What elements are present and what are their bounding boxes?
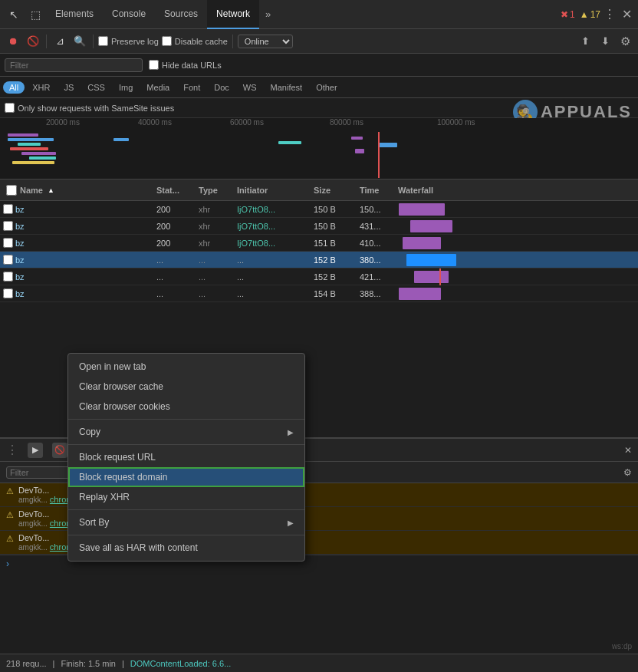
header-type[interactable]: Type bbox=[196, 186, 234, 195]
row-waterfall bbox=[395, 201, 638, 217]
header-time[interactable]: Time bbox=[357, 186, 395, 195]
row-name: bz bbox=[15, 272, 153, 282]
row-initiator: IjO7ttO8... bbox=[234, 205, 311, 214]
clear-button[interactable]: 🚫 bbox=[25, 33, 41, 50]
resource-type-media[interactable]: Media bbox=[140, 81, 176, 94]
menu-item-clear-browser-cache[interactable]: Clear browser cache bbox=[68, 377, 304, 397]
menu-item-replay-xhr[interactable]: Replay XHR bbox=[68, 487, 304, 507]
console-close-button[interactable]: ✕ bbox=[624, 445, 632, 456]
table-row[interactable]: bz ... ... ... 152 B 421... bbox=[0, 268, 638, 285]
console-text: DevTo... bbox=[18, 533, 49, 542]
row-checkbox[interactable] bbox=[0, 238, 15, 248]
resource-type-ws[interactable]: WS bbox=[237, 81, 263, 94]
resource-type-xhr[interactable]: XHR bbox=[26, 81, 56, 94]
export-button[interactable]: ⬇ bbox=[597, 33, 613, 50]
sort-indicator: ▲ bbox=[48, 186, 54, 194]
menu-item-clear-browser-cookies[interactable]: Clear browser cookies bbox=[68, 397, 304, 417]
warn-icon: ⚠ bbox=[6, 510, 14, 520]
row-checkbox[interactable] bbox=[0, 255, 15, 265]
filter-input[interactable] bbox=[5, 58, 143, 72]
finish-time: Finish: 1.5 min bbox=[61, 659, 116, 668]
devtools-tabbar: ↖ ⬚ Elements Console Sources Network » ✖… bbox=[0, 0, 638, 29]
resource-type-font[interactable]: Font bbox=[177, 81, 206, 94]
row-status: ... bbox=[153, 272, 196, 282]
devtools-menu-button[interactable]: ⋮ bbox=[600, 7, 619, 21]
row-type: xhr bbox=[196, 205, 234, 214]
menu-item-block-request-url[interactable]: Block request URL bbox=[68, 447, 304, 467]
row-name: bz bbox=[15, 289, 153, 298]
resource-type-all[interactable]: All bbox=[3, 81, 25, 94]
more-tabs-button[interactable]: » bbox=[259, 8, 277, 20]
tab-sources[interactable]: Sources bbox=[155, 0, 207, 29]
resource-type-js[interactable]: JS bbox=[58, 81, 80, 94]
submenu-arrow-icon: ▶ bbox=[288, 519, 294, 527]
header-size[interactable]: Size bbox=[311, 186, 357, 195]
tab-elements[interactable]: Elements bbox=[46, 0, 103, 29]
network-settings-button[interactable]: ⚙ bbox=[617, 33, 633, 50]
filter-bar: Hide data URLs bbox=[0, 54, 638, 77]
row-size: 152 B bbox=[311, 272, 357, 282]
table-row[interactable]: bz 200 xhr IjO7ttO8... 150 B 150... bbox=[0, 201, 638, 218]
resource-type-doc[interactable]: Doc bbox=[208, 81, 235, 94]
search-button[interactable]: 🔍 bbox=[71, 33, 88, 50]
row-name: bz bbox=[15, 239, 153, 248]
error-badges: ✖ 1 ▲ 17 bbox=[561, 9, 600, 20]
drag-handle-icon[interactable]: ⋮ bbox=[6, 443, 18, 457]
row-initiator: IjO7ttO8... bbox=[234, 222, 311, 231]
row-waterfall bbox=[395, 218, 638, 234]
menu-item-save-all-har[interactable]: Save all as HAR with content bbox=[68, 538, 304, 558]
resource-type-img[interactable]: Img bbox=[113, 81, 139, 94]
row-initiator: IjO7ttO8... bbox=[234, 239, 311, 248]
row-type: ... bbox=[196, 255, 234, 265]
preserve-log-checkbox[interactable]: Preserve log bbox=[98, 36, 159, 46]
header-waterfall[interactable]: Waterfall bbox=[395, 186, 638, 195]
submenu-arrow-icon: ▶ bbox=[288, 428, 294, 436]
table-row[interactable]: bz 200 xhr IjO7ttO8... 150 B 431... bbox=[0, 218, 638, 235]
tab-console[interactable]: Console bbox=[103, 0, 155, 29]
resource-type-other[interactable]: Other bbox=[310, 81, 344, 94]
toolbar-divider-3 bbox=[232, 35, 233, 48]
table-header: Name ▲ Stat... Type Initiator Size Time … bbox=[0, 180, 638, 201]
import-button[interactable]: ⬆ bbox=[577, 33, 594, 50]
devtools-close-button[interactable]: ✕ bbox=[619, 7, 635, 21]
red-mark bbox=[439, 268, 441, 285]
header-initiator[interactable]: Initiator bbox=[234, 186, 311, 195]
row-type: ... bbox=[196, 289, 234, 298]
menu-item-copy[interactable]: Copy ▶ bbox=[68, 422, 304, 442]
header-status[interactable]: Stat... bbox=[153, 186, 196, 195]
table-row[interactable]: bz ... ... ... 152 B 380... bbox=[0, 252, 638, 268]
select-all-checkbox[interactable] bbox=[6, 185, 17, 196]
menu-separator bbox=[68, 419, 304, 420]
header-name[interactable]: Name ▲ bbox=[0, 185, 153, 196]
play-button[interactable]: ▶ bbox=[28, 443, 43, 458]
watermark: ws:dp bbox=[612, 642, 632, 651]
clear-console-button[interactable]: 🚫 bbox=[52, 443, 67, 458]
filter-icon[interactable]: ⊿ bbox=[51, 33, 68, 50]
record-button[interactable]: ⏺ bbox=[5, 33, 21, 50]
hide-data-urls-checkbox[interactable]: Hide data URLs bbox=[149, 60, 222, 70]
toolbar-divider-1 bbox=[46, 35, 47, 48]
row-checkbox[interactable] bbox=[0, 204, 15, 214]
menu-item-sort-by[interactable]: Sort By ▶ bbox=[68, 512, 304, 532]
resource-type-manifest[interactable]: Manifest bbox=[265, 81, 309, 94]
row-checkbox[interactable] bbox=[0, 288, 15, 298]
samesite-checkbox[interactable] bbox=[5, 103, 15, 113]
error-icon: ✖ bbox=[561, 9, 568, 20]
row-type: ... bbox=[196, 272, 234, 282]
table-row[interactable]: bz ... ... ... 154 B 388... bbox=[0, 285, 638, 302]
throttle-select[interactable]: Online Fast 3G Slow 3G Offline bbox=[238, 35, 293, 48]
menu-item-open-in-new-tab[interactable]: Open in new tab bbox=[68, 357, 304, 377]
device-icon[interactable]: ⬚ bbox=[25, 4, 46, 25]
row-name: bz bbox=[15, 222, 153, 231]
row-checkbox[interactable] bbox=[0, 272, 15, 282]
row-checkbox[interactable] bbox=[0, 221, 15, 231]
cursor-icon[interactable]: ↖ bbox=[3, 4, 25, 25]
menu-separator bbox=[68, 535, 304, 535]
menu-item-block-request-domain[interactable]: Block request domain bbox=[68, 467, 304, 487]
disable-cache-checkbox[interactable]: Disable cache bbox=[162, 36, 228, 46]
resource-type-css[interactable]: CSS bbox=[81, 81, 111, 94]
table-row[interactable]: bz 200 xhr IjO7ttO8... 151 B 410... bbox=[0, 235, 638, 252]
console-settings-button[interactable]: ⚙ bbox=[623, 467, 632, 478]
tab-network[interactable]: Network bbox=[207, 0, 259, 29]
red-mark bbox=[378, 132, 380, 178]
